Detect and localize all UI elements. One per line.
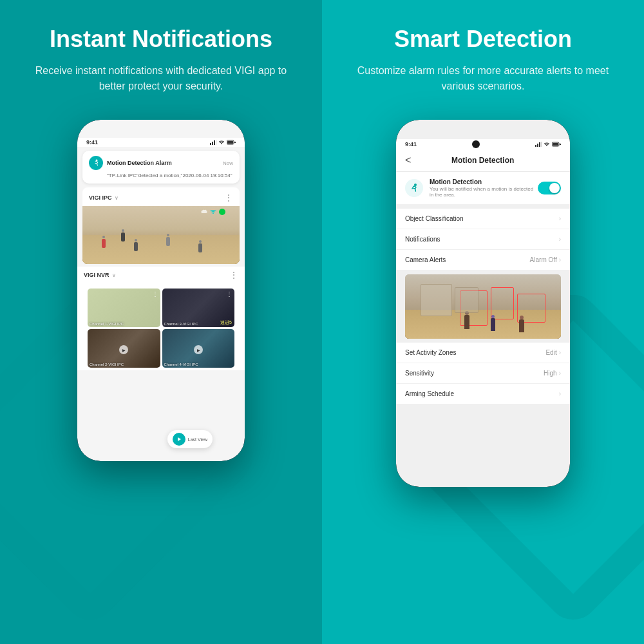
notif-title: Motion Detection Alarm (107, 160, 223, 166)
object-classification-row[interactable]: Object Classification › (396, 209, 570, 229)
right-title: Smart Detection (381, 26, 585, 53)
notifications-chevron: › (559, 236, 561, 243)
wifi-icon-left (218, 140, 225, 145)
person-preview-3 (519, 319, 524, 332)
svg-rect-15 (537, 144, 538, 147)
wifi-overlay-icon (210, 209, 216, 214)
motion-detection-left: Motion Detection You will be notified wh… (405, 178, 538, 198)
notifications-value: › (559, 236, 561, 243)
toggle-knob (549, 183, 560, 193)
arming-schedule-label: Arming Schedule (405, 390, 454, 397)
head-3 (520, 316, 524, 319)
camera-alerts-chevron: › (559, 256, 561, 263)
camera-grid-4[interactable]: Channel 4-VIGI IPC ▶ (162, 329, 235, 368)
vigi-nvr-dropdown-icon[interactable]: ∨ (112, 272, 116, 278)
sensitivity-row[interactable]: Sensitivity High › (396, 363, 570, 384)
right-panel: Smart Detection Customize alarm rules fo… (322, 0, 644, 644)
camera-grid-1[interactable]: Channel 1-VIGI IPC ⋮ (88, 289, 160, 327)
time-right: 9:41 (405, 141, 417, 147)
svg-rect-5 (210, 143, 211, 145)
motion-detection-title: Motion Detection (430, 178, 538, 185)
vigi-nvr-section: VIGI NVR ∨ ⋮ Channel 1-VIGI IPC ⋮ Channe… (77, 267, 245, 370)
museum-scene (405, 274, 561, 339)
svg-rect-11 (234, 142, 236, 143)
phone-screen-right: 9:41 (396, 120, 570, 487)
vigi-nvr-title-row: VIGI NVR ∨ (84, 272, 116, 278)
svg-rect-20 (560, 144, 561, 145)
camera-3-play[interactable]: ▶ (119, 345, 128, 354)
person-preview-1 (464, 315, 469, 329)
play-icon-3: ▶ (122, 348, 126, 352)
cloud-icon (201, 209, 207, 214)
notifications-row[interactable]: Notifications › (396, 229, 570, 250)
camera-preview (405, 274, 561, 339)
vigi-ipc-label: VIGI IPC (89, 194, 112, 201)
set-activity-zones-row[interactable]: Set Activity Zones Edit › (396, 343, 570, 363)
svg-rect-17 (541, 142, 542, 147)
app-header: < Motion Detection (396, 149, 570, 172)
notification-header: Motion Detection Alarm Now (89, 156, 233, 170)
vigi-ipc-title-row: VIGI IPC ∨ (89, 194, 118, 201)
last-view-icon (173, 433, 185, 446)
motion-icon (405, 179, 423, 197)
camera-grid-3[interactable]: Channel 2-VIGI IPC ▶ (88, 329, 160, 368)
play-icon (176, 436, 182, 442)
back-button[interactable]: < (405, 155, 411, 166)
phone-right: 9:41 (396, 120, 570, 487)
sensitivity-value: High › (544, 370, 561, 377)
vigi-ipc-header: VIGI IPC ∨ ⋮ (82, 189, 240, 206)
camera-grid-label-2: Channel 3-VIGI IPC (164, 322, 198, 326)
camera-alerts-value: Alarm Off › (530, 256, 561, 263)
status-icons-left (210, 140, 236, 145)
camera-alerts-label: Camera Alerts (405, 256, 446, 263)
activity-zones-label: Set Activity Zones (405, 349, 456, 356)
camera-1-more[interactable]: ⋮ (152, 290, 158, 298)
detection-box-2 (491, 287, 514, 319)
online-indicator (219, 209, 225, 215)
running-person-icon (92, 159, 100, 167)
person-preview-2 (491, 318, 495, 331)
svg-rect-7 (214, 140, 215, 145)
sensitivity-value-text: High (544, 370, 557, 377)
camera-alerts-row[interactable]: Camera Alerts Alarm Off › (396, 250, 570, 270)
person-4 (198, 243, 202, 252)
activity-zones-chevron: › (559, 349, 561, 356)
phone-left: 9:41 (77, 120, 245, 461)
status-bar-left: 9:41 (77, 138, 245, 147)
vigi-ipc-dropdown-icon[interactable]: ∨ (115, 195, 118, 201)
object-classification-label: Object Classification (405, 215, 464, 222)
vigi-ipc-more-icon[interactable]: ⋮ (224, 193, 233, 203)
arming-schedule-value: › (559, 390, 561, 397)
arming-schedule-row[interactable]: Arming Schedule › (396, 384, 570, 404)
vigi-nvr-more-icon[interactable]: ⋮ (229, 270, 238, 280)
time-left: 9:41 (86, 139, 98, 146)
arming-schedule-chevron: › (559, 390, 561, 397)
last-view-label: Last View (188, 437, 207, 442)
left-subtitle: Receive instant notifications with dedic… (0, 63, 322, 94)
person-3 (166, 237, 170, 246)
camera-grid-label-3: Channel 2-VIGI IPC (90, 363, 124, 366)
notification-card[interactable]: Motion Detection Alarm Now "TP-Link IPC"… (82, 151, 240, 184)
notif-app-icon (89, 156, 103, 170)
museum-floor (82, 235, 240, 264)
motion-detection-toggle[interactable] (538, 182, 561, 194)
camera-4-play[interactable]: ▶ (194, 345, 203, 354)
right-subtitle: Customize alarm rules for more accurate … (322, 63, 644, 94)
svg-rect-19 (553, 143, 558, 146)
camera-grid-2[interactable]: Channel 3-VIGI IPC ⋮ 速进5 (162, 289, 235, 327)
svg-rect-14 (535, 145, 536, 147)
activity-zones-value: Edit › (545, 349, 561, 356)
display-case-2 (455, 287, 478, 313)
status-icons-right (535, 142, 561, 147)
battery-icon-left (227, 140, 236, 145)
svg-rect-10 (227, 141, 233, 144)
camera-2-more[interactable]: ⋮ (226, 290, 232, 298)
motion-detection-subtitle: You will be notified when a motion is de… (430, 186, 538, 198)
sensitivity-label: Sensitivity (405, 370, 434, 377)
notif-time: Now (223, 160, 233, 166)
notif-body: "TP-Link IPC"detected a motion,"2020-06-… (89, 173, 233, 178)
last-view-bar[interactable]: Last View (167, 430, 213, 448)
vigi-ipc-feed[interactable] (82, 206, 240, 264)
front-camera-right (472, 140, 480, 148)
camera-grid-label-1: Channel 1-VIGI IPC (90, 322, 124, 326)
